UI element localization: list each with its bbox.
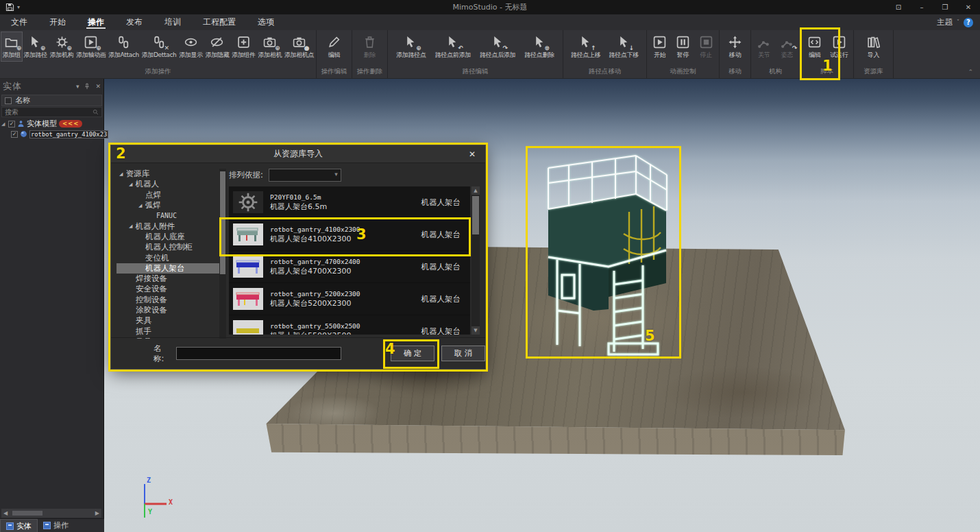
sort-by-dropdown[interactable] [269,169,341,182]
scrollbar-thumb[interactable] [220,171,225,274]
menu-start[interactable]: 开始 [38,14,77,30]
delete-path-point-button[interactable]: ⊗路径点删除 [524,32,555,61]
help-icon[interactable]: ? [964,18,973,27]
animation-start-button[interactable]: 开始 [650,32,670,61]
tree-node-arc-weld[interactable]: ◢弧焊 [117,200,219,210]
tree-node-robot-gantry[interactable]: 机器人架台 [117,263,219,274]
tab-operation[interactable]: 操作 [38,519,74,532]
scrollbar-thumb[interactable] [472,196,479,234]
pose-tool-button[interactable]: ↷姿态 [776,32,797,61]
cancel-button[interactable]: 取 消 [441,346,485,361]
add-mechanism-button[interactable]: ⊕添加机构 [49,32,75,61]
list-item[interactable]: rotbot_gantry_4700x2400 机器人架台4700X2300 机… [229,251,470,283]
library-import-button[interactable]: 导入 [863,32,884,61]
move-tool-button[interactable]: 移动 [725,32,746,61]
item-thumbnail [233,288,263,310]
insert-path-point-before-button[interactable]: ↶路径点前添加 [434,32,471,61]
scroll-up-icon[interactable]: ▲ [471,186,480,195]
script-edit-button[interactable]: 编辑 [805,32,825,61]
list-scrollbar[interactable]: ▲ ▼ [471,186,480,335]
tree-node-robot-cabinet[interactable]: 机器人控制柜 [117,242,219,252]
tree-node-gripper[interactable]: 抓手 [117,326,219,336]
scrollbar-thumb[interactable] [12,511,42,516]
restore-button[interactable]: ❐ [933,0,957,14]
list-item[interactable]: rotbot_gantry_5200x2300 机器人架台5200X2300 机… [229,283,470,315]
theme-caret-icon[interactable]: ˅ [957,19,959,25]
list-item-clipped[interactable]: rotbot_gantry_5500x2500 机器人架台5500X2500 机… [229,315,470,335]
tree-scrollbar[interactable] [219,169,226,339]
horizontal-scrollbar[interactable]: ◀ ▶ [1,509,101,518]
tree-node-robot-accessories[interactable]: ◢机器人附件 [117,221,219,231]
tree-node-fixture[interactable]: 夹具 [117,315,219,326]
scroll-left-icon[interactable]: ◀ [3,510,8,516]
dialog-close-icon[interactable]: ✕ [465,145,480,163]
tree-node-safety-equipment[interactable]: 安全设备 [117,284,219,294]
panel-close-icon[interactable]: ✕ [95,83,101,90]
add-camera-point-button[interactable]: ●添加相机点 [284,32,315,61]
move-path-point-down-button[interactable]: ↓路径点下移 [608,32,639,61]
tree-node-spot-weld[interactable]: 点焊 [117,190,219,200]
tree-node-robot-base[interactable]: 机器人底座 [117,232,219,242]
entity-tree-child-row[interactable]: ✓ rotbot_gantry_4100x23 [10,130,103,138]
move-path-point-up-button[interactable]: ↑路径点上移 [570,32,602,61]
add-path-point-button[interactable]: ⊕添加路径点 [395,32,427,61]
menu-training[interactable]: 培训 [154,14,192,30]
tree-node-positioner[interactable]: 变位机 [117,252,219,263]
ok-button[interactable]: 确 定 [391,346,434,361]
add-dettach-button[interactable]: ✕添加Dettach [141,32,177,61]
add-component-button[interactable]: 添加组件 [231,32,256,61]
ribbon-group-label: 移动 [720,66,750,78]
collapse-badge[interactable]: <<< [59,120,82,128]
list-item[interactable]: P20YF010_6.5m 机器人架台6.5m 机器人架台 [229,186,470,219]
name-column-checkbox[interactable] [5,97,12,104]
search-icon [93,109,99,115]
theme-selector[interactable]: 主题 [937,17,953,27]
menu-options[interactable]: 选项 [247,14,285,30]
ribbon-collapse-icon[interactable]: ⌃ [968,69,973,75]
tree-node-gluing-equipment[interactable]: 涂胶设备 [117,305,219,315]
delete-operation-button[interactable]: 删除 [360,32,380,61]
panel-dropdown-icon[interactable]: ▾ [76,83,79,90]
minimize-button[interactable]: – [910,0,933,14]
tab-entity[interactable]: 实体 [0,519,38,532]
expander-icon[interactable]: ◢ [1,121,6,127]
edit-operation-button[interactable]: 编辑 [324,32,345,61]
menu-publish[interactable]: 发布 [115,14,154,30]
script-test-run-button[interactable]: 试运行 [829,32,849,61]
add-camera-button[interactable]: ⊕添加相机 [257,32,282,61]
tree-node-library[interactable]: ◢资源库 [117,169,219,179]
joint-tool-button[interactable]: 关节 [754,32,774,61]
entity-search-input[interactable]: 搜索 [1,107,102,117]
add-path-button[interactable]: ⊕添加路径 [23,32,48,61]
menu-operation[interactable]: 操作 [77,14,115,30]
add-axis-animation-button[interactable]: ⊕添加轴动画 [75,32,107,61]
quick-access-caret-icon[interactable]: ▾ [17,4,20,10]
animation-pause-button[interactable]: 暂停 [673,32,694,61]
entity-tree-root-row[interactable]: ◢ ✓ 实体模型 <<< [0,119,103,128]
panel-pin-icon[interactable] [84,83,90,90]
root-node-label: 实体模型 [27,119,57,129]
tree-node-fanuc[interactable]: FANUC [117,210,219,221]
save-icon[interactable] [5,3,14,12]
insert-path-point-after-button[interactable]: ↷路径点后添加 [479,32,516,61]
close-button[interactable]: ✕ [957,0,980,14]
tree-node-control-equipment[interactable]: 控制设备 [117,295,219,305]
gantry-model[interactable] [526,146,681,359]
tree-node-welding-equipment[interactable]: 焊接设备 [117,274,219,284]
root-visibility-checkbox[interactable]: ✓ [8,121,15,128]
tree-node-robot[interactable]: ◢机器人 [117,179,219,189]
quick-access-toolbar[interactable]: ▾ [0,3,20,12]
pin-window-button[interactable]: ⊡ [887,0,910,14]
animation-stop-button[interactable]: 停止 [696,32,716,61]
menu-file[interactable]: 文件 [0,14,38,30]
add-hide-button[interactable]: 添加隐藏 [205,32,230,61]
add-group-button[interactable]: ⊕添加组 [1,32,22,61]
scroll-down-icon[interactable]: ▼ [471,326,480,335]
add-show-button[interactable]: 添加显示 [178,32,204,61]
name-input[interactable] [176,347,342,360]
add-attach-button[interactable]: 添加Attach [108,32,140,61]
child-visibility-checkbox[interactable]: ✓ [11,131,18,138]
menu-project-config[interactable]: 工程配置 [192,14,247,30]
scroll-right-icon[interactable]: ▶ [95,510,99,516]
list-item-selected[interactable]: rotbot_gantry_4100x2300 机器人架台4100X2300 机… [229,219,470,251]
